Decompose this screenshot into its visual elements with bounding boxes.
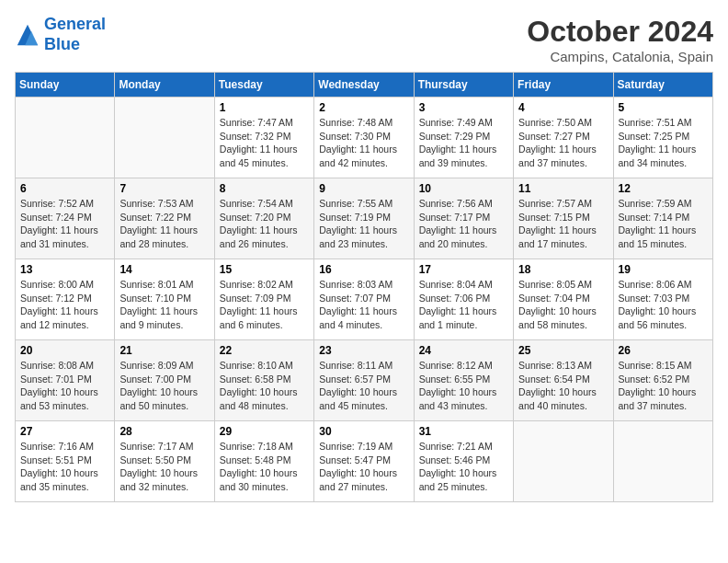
calendar-cell: 20Sunrise: 8:08 AM Sunset: 7:01 PM Dayli… [16,340,115,421]
calendar-cell: 17Sunrise: 8:04 AM Sunset: 7:06 PM Dayli… [414,259,513,340]
calendar-cell: 23Sunrise: 8:11 AM Sunset: 6:57 PM Dayli… [314,340,414,421]
day-info: Sunrise: 7:17 AM Sunset: 5:50 PM Dayligh… [119,440,209,494]
calendar-cell: 7Sunrise: 7:53 AM Sunset: 7:22 PM Daylig… [115,178,214,259]
day-number: 26 [619,344,708,357]
calendar-cell: 1Sunrise: 7:47 AM Sunset: 7:32 PM Daylig… [214,98,313,178]
day-number: 11 [518,182,608,195]
location: Campins, Catalonia, Spain [527,49,713,64]
column-header-friday: Friday [514,73,613,98]
column-header-sunday: Sunday [16,73,115,98]
day-info: Sunrise: 7:55 AM Sunset: 7:19 PM Dayligh… [319,197,408,251]
day-info: Sunrise: 8:01 AM Sunset: 7:10 PM Dayligh… [119,278,209,332]
column-header-wednesday: Wednesday [314,73,414,98]
day-info: Sunrise: 8:13 AM Sunset: 6:54 PM Dayligh… [518,359,608,413]
day-info: Sunrise: 7:57 AM Sunset: 7:15 PM Dayligh… [518,197,608,251]
day-info: Sunrise: 7:56 AM Sunset: 7:17 PM Dayligh… [419,197,508,251]
calendar-header-row: SundayMondayTuesdayWednesdayThursdayFrid… [16,73,713,98]
logo-line2: Blue [44,35,80,53]
day-number: 2 [319,101,408,114]
calendar-cell: 22Sunrise: 8:10 AM Sunset: 6:58 PM Dayli… [214,340,313,421]
day-info: Sunrise: 8:11 AM Sunset: 6:57 PM Dayligh… [319,359,408,413]
month-title: October 2024 [527,15,713,49]
day-number: 24 [419,344,508,357]
day-info: Sunrise: 8:06 AM Sunset: 7:03 PM Dayligh… [619,278,708,332]
column-header-thursday: Thursday [414,73,513,98]
day-info: Sunrise: 7:18 AM Sunset: 5:48 PM Dayligh… [220,440,309,494]
day-info: Sunrise: 7:16 AM Sunset: 5:51 PM Dayligh… [20,440,109,494]
calendar-cell: 25Sunrise: 8:13 AM Sunset: 6:54 PM Dayli… [514,340,613,421]
calendar-cell [514,421,613,502]
calendar-cell: 12Sunrise: 7:59 AM Sunset: 7:14 PM Dayli… [613,178,712,259]
day-number: 20 [20,344,109,357]
calendar-cell: 21Sunrise: 8:09 AM Sunset: 7:00 PM Dayli… [115,340,214,421]
day-info: Sunrise: 7:51 AM Sunset: 7:25 PM Dayligh… [619,116,708,170]
calendar-week-row: 13Sunrise: 8:00 AM Sunset: 7:12 PM Dayli… [16,259,713,340]
day-info: Sunrise: 8:03 AM Sunset: 7:07 PM Dayligh… [319,278,408,332]
day-number: 7 [119,182,209,195]
calendar-cell: 10Sunrise: 7:56 AM Sunset: 7:17 PM Dayli… [414,178,513,259]
day-info: Sunrise: 7:52 AM Sunset: 7:24 PM Dayligh… [20,197,109,251]
logo-line1: General [44,15,106,33]
calendar-cell: 29Sunrise: 7:18 AM Sunset: 5:48 PM Dayli… [214,421,313,502]
day-number: 25 [518,344,608,357]
calendar-cell: 11Sunrise: 7:57 AM Sunset: 7:15 PM Dayli… [514,178,613,259]
day-number: 16 [319,263,408,276]
day-number: 3 [419,101,508,114]
day-info: Sunrise: 8:00 AM Sunset: 7:12 PM Dayligh… [20,278,109,332]
day-number: 17 [419,263,508,276]
calendar-cell: 27Sunrise: 7:16 AM Sunset: 5:51 PM Dayli… [16,421,115,502]
calendar-cell [16,98,115,178]
day-info: Sunrise: 7:48 AM Sunset: 7:30 PM Dayligh… [319,116,408,170]
calendar-cell: 26Sunrise: 8:15 AM Sunset: 6:52 PM Dayli… [613,340,712,421]
logo: General Blue [15,15,106,54]
column-header-tuesday: Tuesday [214,73,313,98]
column-header-monday: Monday [115,73,214,98]
calendar-cell: 5Sunrise: 7:51 AM Sunset: 7:25 PM Daylig… [613,98,712,178]
calendar-cell: 24Sunrise: 8:12 AM Sunset: 6:55 PM Dayli… [414,340,513,421]
calendar-cell: 18Sunrise: 8:05 AM Sunset: 7:04 PM Dayli… [514,259,613,340]
day-info: Sunrise: 7:21 AM Sunset: 5:46 PM Dayligh… [419,440,508,494]
day-number: 14 [119,263,209,276]
calendar-table: SundayMondayTuesdayWednesdayThursdayFrid… [15,72,713,502]
day-info: Sunrise: 7:47 AM Sunset: 7:32 PM Dayligh… [220,116,309,170]
day-info: Sunrise: 8:10 AM Sunset: 6:58 PM Dayligh… [220,359,309,413]
title-block: October 2024 Campins, Catalonia, Spain [527,15,713,64]
day-number: 28 [119,425,209,438]
day-number: 22 [220,344,309,357]
calendar-cell: 15Sunrise: 8:02 AM Sunset: 7:09 PM Dayli… [214,259,313,340]
day-number: 4 [518,101,608,114]
page-header: General Blue October 2024 Campins, Catal… [15,15,713,64]
calendar-cell: 28Sunrise: 7:17 AM Sunset: 5:50 PM Dayli… [115,421,214,502]
calendar-cell: 3Sunrise: 7:49 AM Sunset: 7:29 PM Daylig… [414,98,513,178]
calendar-cell: 4Sunrise: 7:50 AM Sunset: 7:27 PM Daylig… [514,98,613,178]
day-number: 9 [319,182,408,195]
day-info: Sunrise: 8:15 AM Sunset: 6:52 PM Dayligh… [619,359,708,413]
calendar-week-row: 27Sunrise: 7:16 AM Sunset: 5:51 PM Dayli… [16,421,713,502]
day-info: Sunrise: 7:50 AM Sunset: 7:27 PM Dayligh… [518,116,608,170]
calendar-cell: 9Sunrise: 7:55 AM Sunset: 7:19 PM Daylig… [314,178,414,259]
day-number: 12 [619,182,708,195]
column-header-saturday: Saturday [613,73,712,98]
calendar-cell: 14Sunrise: 8:01 AM Sunset: 7:10 PM Dayli… [115,259,214,340]
logo-icon [15,22,40,48]
day-info: Sunrise: 7:49 AM Sunset: 7:29 PM Dayligh… [419,116,508,170]
day-number: 13 [20,263,109,276]
day-number: 21 [119,344,209,357]
calendar-cell: 13Sunrise: 8:00 AM Sunset: 7:12 PM Dayli… [16,259,115,340]
calendar-cell: 19Sunrise: 8:06 AM Sunset: 7:03 PM Dayli… [613,259,712,340]
day-number: 18 [518,263,608,276]
day-number: 23 [319,344,408,357]
day-number: 10 [419,182,508,195]
calendar-cell [115,98,214,178]
day-number: 31 [419,425,508,438]
calendar-cell: 8Sunrise: 7:54 AM Sunset: 7:20 PM Daylig… [214,178,313,259]
calendar-cell: 2Sunrise: 7:48 AM Sunset: 7:30 PM Daylig… [314,98,414,178]
day-number: 5 [619,101,708,114]
day-number: 29 [220,425,309,438]
day-number: 15 [220,263,309,276]
calendar-body: 1Sunrise: 7:47 AM Sunset: 7:32 PM Daylig… [16,98,713,502]
day-number: 8 [220,182,309,195]
day-info: Sunrise: 7:59 AM Sunset: 7:14 PM Dayligh… [619,197,708,251]
day-info: Sunrise: 8:04 AM Sunset: 7:06 PM Dayligh… [419,278,508,332]
day-info: Sunrise: 7:19 AM Sunset: 5:47 PM Dayligh… [319,440,408,494]
